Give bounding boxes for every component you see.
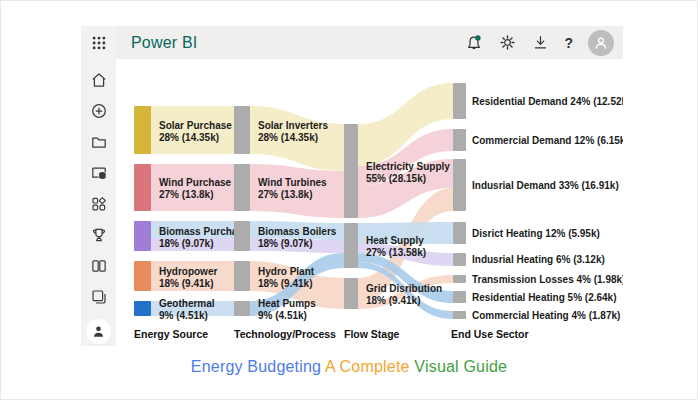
settings-gear-icon[interactable] [498,34,516,52]
data-hub-icon[interactable] [89,163,108,182]
sankey-node-plant[interactable] [234,261,250,291]
sankey-node-value: 9% (4.51k) [258,310,307,321]
sankey-node-biomass[interactable] [134,221,151,251]
sankey-node-geo[interactable] [134,301,151,316]
sankey-node-label: Biomass Boilers [258,226,337,237]
sankey-node-value: 27% (13.58k) [366,247,426,258]
sankey-node-label: Heat Pumps [258,298,316,309]
help-icon[interactable]: ? [564,35,573,51]
sankey-node-value: 18% (9.07k) [159,238,213,249]
sankey-node-label: Grid Disribution [366,283,442,294]
caption-part-3: Visual Guide [414,358,507,375]
notification-dot [476,35,481,40]
sankey-node-label: Indusrial Heating 6% (3.12k) [472,254,605,265]
screenshot-root: Power BI [0,0,698,400]
sankey-node-dish[interactable] [453,222,466,244]
learn-book-icon[interactable] [89,256,108,275]
metrics-trophy-icon[interactable] [89,225,108,244]
sankey-node-value: 18% (9.41k) [159,278,213,289]
column-label-1: Technology/Process [234,328,336,340]
sankey-node-value: 18% (9.41k) [258,278,312,289]
column-label-0: Energy Source [134,328,208,340]
waffle-menu-button[interactable] [81,26,116,59]
home-icon[interactable] [89,70,108,89]
sidebar [81,59,116,346]
sankey-node-comh[interactable] [453,311,466,319]
powerbi-window: Power BI [81,26,623,346]
sankey-node-solar[interactable] [134,106,151,154]
sankey-node-value: 27% (13.8k) [159,189,213,200]
app-body: Solar Purchase28% (14.35k)Wind Purchase2… [81,59,623,346]
sankey-node-label: Wind Purchase [159,177,232,188]
waffle-menu-icon [90,34,108,52]
sankey-node-heat[interactable] [344,223,358,268]
browse-folder-icon[interactable] [89,132,108,151]
sankey-node-resh[interactable] [453,291,466,303]
sankey-node-label: Disrict Heating 12% (5.95k) [472,228,600,239]
caption-part-2: A Complete [325,358,414,375]
user-avatar[interactable] [588,30,614,56]
sankey-node-label: Electricity Supply [366,161,450,172]
sankey-node-label: Solar Purchase [159,120,232,131]
sankey-node-wind[interactable] [134,164,151,211]
sankey-node-label: Solar Inverters [258,120,328,131]
sankey-node-label: Commercial Heating 4% (1.87k) [472,310,620,321]
sankey-node-tran[interactable] [453,275,466,283]
sankey-node-comd[interactable] [453,129,466,151]
user-profile-icon [91,324,106,339]
sankey-node-label: Hydropower [159,266,217,277]
workspaces-icon[interactable] [89,287,108,306]
sankey-node-inverters[interactable] [234,106,250,154]
apps-icon[interactable] [89,194,108,213]
sankey-node-label: Wind Turbines [258,177,327,188]
sankey-node-label: Indusrial Demand 33% (16.91k) [472,180,619,191]
sankey-chart: Solar Purchase28% (14.35k)Wind Purchase2… [116,59,623,346]
column-label-3: End Use Sector [451,328,529,340]
report-canvas: Solar Purchase28% (14.35k)Wind Purchase2… [116,59,623,346]
app-header: Power BI [81,26,623,59]
sankey-node-pumps[interactable] [234,301,250,316]
download-icon[interactable] [531,34,549,52]
caption-part-1: Energy Budgeting [191,358,325,375]
sankey-node-grid[interactable] [344,278,358,309]
sankey-node-value: 27% (13.8k) [258,189,312,200]
sankey-node-value: 55% (28.15k) [366,173,426,184]
notifications-bell-icon[interactable] [465,34,483,52]
column-label-2: Flow Stage [344,328,400,340]
sankey-node-label: Residential Heating 5% (2.64k) [472,292,617,303]
sankey-node-boilers[interactable] [234,221,250,251]
user-profile-button[interactable] [86,319,111,344]
sankey-node-label: Heat Supply [366,235,424,246]
report-caption: Energy Budgeting A Complete Visual Guide [1,358,697,376]
create-icon[interactable] [89,101,108,120]
sankey-node-resd[interactable] [453,83,466,119]
sankey-node-elec[interactable] [344,124,358,218]
sankey-node-value: 28% (14.35k) [258,132,318,143]
sankey-node-turbines[interactable] [234,164,250,211]
sankey-node-hydro[interactable] [134,261,151,291]
sankey-node-value: 9% (4.51k) [159,310,208,321]
app-title: Power BI [131,34,198,52]
sankey-node-value: 28% (14.35k) [159,132,219,143]
sankey-node-label: Transmission Losses 4% (1.98k) [472,274,623,285]
header-actions: ? [465,30,623,56]
sankey-node-indh[interactable] [453,253,466,266]
sankey-node-value: 18% (9.07k) [258,238,312,249]
sankey-node-label: Commercial Demand 12% (6.15k) [472,135,623,146]
sankey-node-label: Hydro Plant [258,266,315,277]
sankey-node-label: Geothermal [159,298,215,309]
sankey-node-label: Residential Demand 24% (12.52k) [472,96,623,107]
sankey-node-value: 18% (9.41k) [366,295,420,306]
sankey-node-indd[interactable] [453,159,466,211]
